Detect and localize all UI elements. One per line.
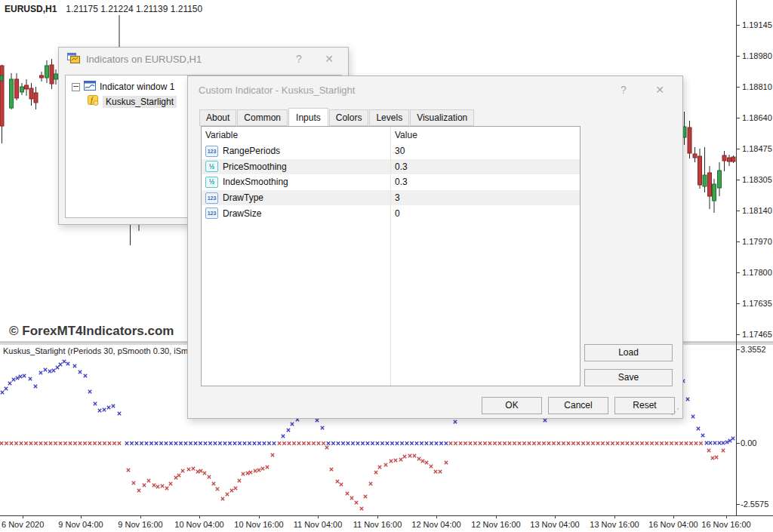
svg-text:1.18305: 1.18305: [742, 175, 772, 184]
chart-window-icon: [84, 81, 96, 93]
load-button[interactable]: Load: [584, 344, 673, 361]
indicator-pane-label: Kuskus_Starlight (rPeriods 30, pSmooth 0…: [3, 346, 199, 355]
param-value[interactable]: 3: [390, 192, 400, 203]
svg-text:12 Nov 04:00: 12 Nov 04:00: [411, 520, 460, 529]
tab-visualization[interactable]: Visualization: [410, 109, 474, 126]
close-icon[interactable]: ✕: [650, 76, 670, 103]
svg-text:9 Nov 04:00: 9 Nov 04:00: [58, 520, 103, 529]
custom-indicator-dialog: Custom Indicator - Kuskus_Starlight ? ✕ …: [187, 75, 683, 419]
column-header-variable: Variable: [202, 130, 390, 140]
svg-text:10 Nov 16:00: 10 Nov 16:00: [234, 520, 283, 529]
svg-text:13 Nov 04:00: 13 Nov 04:00: [530, 520, 579, 529]
mt4-chart-window: 1.191451.189801.188101.186401.184751.183…: [0, 0, 773, 532]
close-icon[interactable]: ✕: [319, 48, 339, 70]
cancel-button[interactable]: Cancel: [548, 397, 608, 414]
param-name: DrawType: [223, 192, 263, 203]
svg-text:3.3552: 3.3552: [741, 345, 766, 354]
indicators-dialog-title: Indicators on EURUSD,H1: [86, 54, 202, 65]
param-name: PriceSmoothing: [223, 161, 287, 172]
svg-text:1.17635: 1.17635: [742, 299, 772, 308]
double-type-icon: ½: [205, 161, 218, 172]
svg-text:1.17465: 1.17465: [742, 330, 772, 339]
help-button[interactable]: ?: [614, 76, 633, 103]
svg-text:1.17800: 1.17800: [742, 268, 772, 277]
tab-levels[interactable]: Levels: [369, 109, 409, 126]
svg-text:1.19145: 1.19145: [742, 20, 772, 29]
svg-text:1.18810: 1.18810: [742, 82, 772, 91]
integer-type-icon: 123: [205, 192, 218, 204]
tab-common[interactable]: Common: [237, 109, 288, 126]
integer-type-icon: 123: [205, 208, 218, 219]
param-value[interactable]: 0.3: [390, 161, 408, 172]
param-value[interactable]: 0.3: [390, 177, 408, 187]
ohlc-values: 1.21175 1.21224 1.21139 1.21150: [66, 4, 202, 14]
tab-about[interactable]: About: [199, 109, 236, 126]
svg-text:16 Nov 16:00: 16 Nov 16:00: [701, 520, 750, 529]
svg-text:16 Nov 04:00: 16 Nov 04:00: [648, 520, 698, 529]
svg-text:-2.5575: -2.5575: [741, 500, 768, 509]
svg-text:13 Nov 16:00: 13 Nov 16:00: [590, 520, 639, 529]
watermark-text: © ForexMT4Indicators.com: [9, 324, 174, 339]
double-type-icon: ½: [205, 177, 218, 188]
function-icon: f: [88, 95, 99, 108]
param-name: RangePeriods: [223, 146, 280, 156]
param-name: DrawSize: [223, 208, 261, 219]
help-button[interactable]: ?: [289, 48, 309, 70]
collapse-icon[interactable]: [72, 83, 80, 91]
dialog-tabs: About Common Inputs Colors Levels Visual…: [199, 107, 475, 126]
save-button[interactable]: Save: [584, 369, 673, 386]
svg-text:9 Nov 16:00: 9 Nov 16:00: [118, 520, 162, 529]
svg-text:10 Nov 04:00: 10 Nov 04:00: [174, 520, 223, 529]
svg-text:1.18140: 1.18140: [742, 206, 772, 215]
svg-text:1.18980: 1.18980: [742, 51, 772, 60]
ohlc-header: EURUSD,H11.21175 1.21224 1.21139 1.21150: [5, 4, 202, 14]
param-name: IndexSmoothing: [223, 177, 288, 187]
svg-text:0.00: 0.00: [741, 438, 756, 447]
svg-text:1.17970: 1.17970: [742, 237, 772, 246]
indicators-dialog-titlebar[interactable]: Indicators on EURUSD,H1 ? ✕: [59, 48, 348, 70]
svg-text:12 Nov 16:00: 12 Nov 16:00: [471, 520, 520, 529]
svg-text:6 Nov 2020: 6 Nov 2020: [2, 520, 44, 529]
svg-text:11 Nov 04:00: 11 Nov 04:00: [294, 520, 343, 529]
svg-text:1.18475: 1.18475: [742, 144, 772, 153]
ok-button[interactable]: OK: [482, 397, 542, 414]
tab-colors[interactable]: Colors: [329, 109, 369, 126]
inputs-table: Variable Value 123RangePeriods 30 ½Price…: [201, 126, 581, 386]
tab-inputs[interactable]: Inputs: [288, 108, 328, 127]
column-header-value: Value: [390, 130, 417, 140]
param-value[interactable]: 30: [390, 146, 405, 156]
param-value[interactable]: 0: [390, 208, 400, 219]
resize-grip[interactable]: ⋰: [671, 407, 680, 417]
integer-type-icon: 123: [205, 146, 218, 157]
tree-item-label: Indicator window 1: [100, 81, 174, 92]
reset-button[interactable]: Reset: [614, 397, 675, 414]
custom-dialog-titlebar[interactable]: Custom Indicator - Kuskus_Starlight ? ✕: [188, 76, 682, 103]
tree-item-label: Kuskus_Starlight: [103, 96, 177, 108]
column-divider: [390, 127, 391, 386]
svg-text:1.18640: 1.18640: [742, 113, 772, 122]
symbol-period-label: EURUSD,H1: [5, 4, 57, 14]
custom-dialog-title: Custom Indicator - Kuskus_Starlight: [199, 85, 355, 96]
svg-text:11 Nov 16:00: 11 Nov 16:00: [353, 520, 402, 529]
indicators-dialog-icon: [66, 52, 80, 66]
